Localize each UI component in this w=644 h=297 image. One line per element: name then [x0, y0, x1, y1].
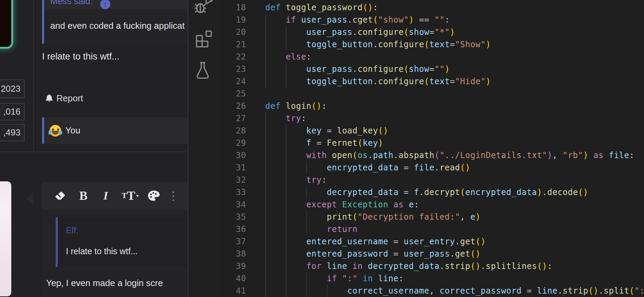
line-number: 25: [219, 88, 246, 100]
thumbnail-image[interactable]: [0, 0, 13, 49]
topic-stat-date[interactable]: 2023: [0, 79, 25, 98]
code-text: def login():: [265, 100, 327, 112]
line-number: 40: [219, 272, 246, 285]
code-line[interactable]: 21 toggle_button.configure(text="Show"): [219, 38, 644, 51]
composer-draft-text[interactable]: Yep, I even made a login scre: [46, 278, 163, 288]
line-number: 32: [219, 174, 246, 186]
code-line[interactable]: 29 f = Fernet(key): [219, 137, 644, 149]
quote-author-label: You: [65, 125, 80, 136]
code-text: try:: [265, 112, 306, 125]
screen: 2023 ,016 ,493 Mess said: ↑ and even cod…: [0, 0, 644, 297]
quote-body: I relate to this wtf...: [66, 246, 188, 256]
code-text: try:: [265, 174, 327, 186]
code-text: if ":" in line:: [265, 272, 404, 285]
text-size-big-icon: T: [127, 189, 135, 203]
code-text: f = Fernet(key): [265, 137, 383, 149]
code-text: if user_pass.cget("show") == "":: [265, 14, 450, 26]
reply-composer[interactable]: B I TT▾ ⋮: [42, 182, 188, 297]
quote-author-label: Mess said:: [50, 0, 93, 6]
line-number: 26: [219, 100, 246, 112]
testing-icon[interactable]: [194, 61, 211, 81]
avatar-image[interactable]: [0, 181, 11, 296]
line-number: 34: [219, 198, 246, 211]
code-line[interactable]: 34 except Exception as e:: [219, 198, 644, 211]
code-line[interactable]: 40 if ":" in line:: [219, 272, 644, 285]
code-text: except Exception as e:: [265, 198, 419, 211]
code-line[interactable]: 24 toggle_button.configure(text="Hide"): [219, 75, 644, 88]
code-text: correct_username, correct_password = lin…: [265, 285, 644, 297]
run-and-debug-icon[interactable]: [194, 0, 213, 18]
line-number: 36: [219, 223, 246, 235]
activity-bar: [188, 0, 219, 297]
code-line[interactable]: 31 encrypted_data = file.read(): [219, 162, 644, 174]
code-editor[interactable]: 18def toggle_password():19 if user_pass.…: [219, 0, 644, 297]
line-number: 22: [219, 51, 246, 63]
kebab-menu-icon: ⋮: [167, 189, 179, 203]
code-text: user_pass.configure(show="*"): [265, 26, 455, 38]
code-line[interactable]: 19 if user_pass.cget("show") == "":: [219, 14, 644, 26]
line-number: 39: [219, 260, 246, 272]
line-number: 30: [219, 149, 246, 162]
quote-block-you[interactable]: You: [42, 117, 188, 144]
code-text: toggle_button.configure(text="Show"): [265, 38, 491, 51]
composer-quote-block[interactable]: Elf: I relate to this wtf...: [56, 217, 188, 267]
bold-button[interactable]: B: [76, 182, 91, 209]
jump-to-post-icon[interactable]: ↑: [100, 0, 110, 9]
line-number: 41: [219, 285, 246, 297]
extensions-icon[interactable]: [194, 29, 214, 49]
code-line[interactable]: 26def login():: [219, 100, 644, 112]
code-text: for line in decrypted_data.strip().split…: [265, 260, 552, 272]
code-line[interactable]: 18def toggle_password():: [219, 1, 644, 14]
code-line[interactable]: 27 try:: [219, 112, 644, 125]
code-line[interactable]: 41 correct_username, correct_password = …: [219, 285, 644, 297]
bubble-notch: [26, 193, 33, 204]
code-text: return: [265, 223, 358, 235]
bell-icon: [45, 94, 54, 103]
quote-header[interactable]: Mess said: ↑: [44, 0, 188, 9]
text-color-button[interactable]: [146, 182, 162, 209]
topic-stat-replies[interactable]: ,016: [0, 103, 25, 120]
code-line[interactable]: 32 try:: [219, 174, 644, 186]
line-number: 18: [219, 1, 246, 14]
stat-value: ,016: [3, 106, 21, 117]
line-number: 28: [219, 125, 246, 137]
code-text: encrypted_data = file.read(): [265, 162, 470, 174]
code-text: user_pass.configure(show=""): [265, 63, 450, 75]
text-size-button[interactable]: TT▾: [118, 182, 143, 209]
code-line[interactable]: 39 for line in decrypted_data.strip().sp…: [219, 260, 644, 272]
more-options-button[interactable]: ⋮: [167, 182, 179, 209]
code-line[interactable]: 35 print("Decryption failed:", e): [219, 211, 644, 223]
forum-panel: 2023 ,016 ,493 Mess said: ↑ and even cod…: [0, 0, 188, 297]
report-button[interactable]: Report: [45, 93, 83, 104]
code-line[interactable]: 25: [219, 88, 644, 100]
code-lines: 18def toggle_password():19 if user_pass.…: [219, 1, 644, 297]
code-line[interactable]: 28 key = load_key(): [219, 125, 644, 137]
code-line[interactable]: 23 user_pass.configure(show=""): [219, 63, 644, 75]
bold-icon: B: [79, 189, 88, 203]
eraser-icon: [54, 191, 66, 201]
quote-author-label: Elf:: [66, 225, 188, 235]
line-number: 38: [219, 248, 246, 260]
line-number: 23: [219, 63, 246, 75]
code-line[interactable]: 22 else:: [219, 51, 644, 63]
code-line[interactable]: 30 with open(os.path.abspath("../LoginDe…: [219, 149, 644, 162]
code-line[interactable]: 36 return: [219, 223, 644, 235]
code-line[interactable]: 37 entered_username = user_entry.get(): [219, 235, 644, 248]
line-number: 35: [219, 211, 246, 223]
code-line[interactable]: 20 user_pass.configure(show="*"): [219, 26, 644, 38]
italic-icon: I: [103, 189, 108, 202]
code-text: entered_password = user_pass.get(): [265, 248, 481, 260]
post-divider: [0, 152, 188, 152]
line-number: 24: [219, 75, 246, 88]
code-text: print("Decryption failed:", e): [265, 211, 481, 223]
line-number: 29: [219, 137, 246, 149]
code-text: else:: [265, 51, 311, 63]
italic-button[interactable]: I: [99, 182, 112, 209]
code-line[interactable]: 38 entered_password = user_pass.get(): [219, 248, 644, 260]
quote-body: and even coded a fucking applicat: [44, 9, 188, 44]
code-line[interactable]: 33 decrypted_data = f.decrypt(encrypted_…: [219, 186, 644, 198]
line-number: 19: [219, 14, 246, 26]
code-text: entered_username = user_entry.get(): [265, 235, 486, 248]
remove-formatting-button[interactable]: [52, 182, 68, 209]
topic-stat-views[interactable]: ,493: [0, 124, 25, 141]
